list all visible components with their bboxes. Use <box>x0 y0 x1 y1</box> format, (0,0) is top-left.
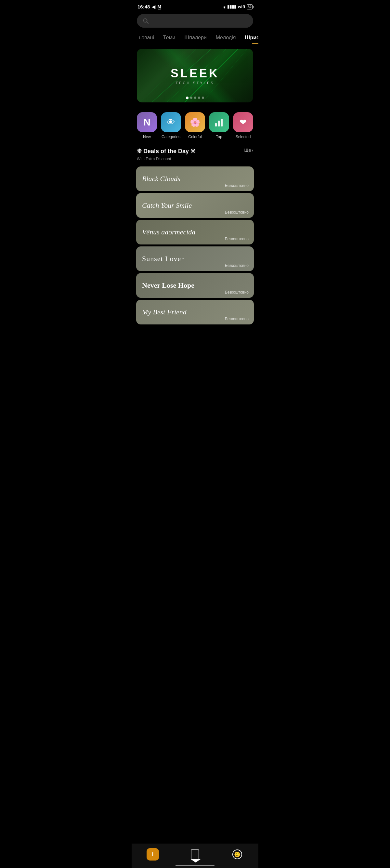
category-top-label: Top <box>216 134 222 139</box>
font-card-sunset-lover[interactable]: Sunset Lover Безкоштовно <box>136 246 254 271</box>
location-icon: ◀ <box>152 4 155 9</box>
chevron-right-icon: › <box>252 148 253 153</box>
font-price-0: Безкоштовно <box>225 183 249 188</box>
banner[interactable]: SLEEK TECH STYLES <box>137 49 253 102</box>
category-categories[interactable]: 👁 Categories <box>161 112 181 139</box>
category-categories-icon: 👁 <box>161 112 181 132</box>
font-name-2: Vênus adormecida <box>142 228 195 236</box>
font-name-0: Black Clouds <box>142 175 181 183</box>
category-colorful-icon: 🌸 <box>185 112 205 132</box>
tab-featured[interactable]: ьовані <box>134 32 159 44</box>
search-icon <box>143 18 149 24</box>
font-name-5: My Best Friend <box>142 308 187 316</box>
font-card-catch-your-smile[interactable]: Catch Your Smile Безкоштовно <box>136 193 254 218</box>
tab-ringtones[interactable]: Мелодія <box>211 32 240 44</box>
font-name-4: Never Lose Hope <box>142 281 194 290</box>
tab-themes[interactable]: Теми <box>159 32 180 44</box>
signal-icon: ▮▮▮▮ <box>227 4 236 9</box>
category-colorful-label: Colorful <box>188 134 201 139</box>
font-card-never-lose-hope[interactable]: Never Lose Hope Безкоштовно <box>136 273 254 298</box>
category-top[interactable]: Top <box>209 112 229 139</box>
font-name-1: Catch Your Smile <box>142 201 192 210</box>
font-price-4: Безкоштовно <box>225 290 249 294</box>
category-new[interactable]: N New <box>137 112 157 139</box>
font-price-3: Безкоштовно <box>225 263 249 268</box>
category-colorful[interactable]: 🌸 Colorful <box>185 112 205 139</box>
more-link[interactable]: Ще › <box>244 148 253 153</box>
font-price-5: Безкоштовно <box>225 317 249 321</box>
search-bar[interactable] <box>137 14 253 28</box>
category-new-label: New <box>143 134 151 139</box>
svg-rect-7 <box>215 123 217 126</box>
banner-dot-3[interactable] <box>198 97 200 99</box>
banner-title: SLEEK <box>171 67 219 80</box>
font-cards-list: Black Clouds Безкоштовно Catch Your Smil… <box>132 166 258 355</box>
deals-section-header: ❊ Deals of the Day ❊ Ще › <box>132 142 258 156</box>
deals-title: ❊ Deals of the Day ❊ <box>137 148 195 155</box>
bluetooth-icon: ⁎ <box>223 4 226 9</box>
font-price-1: Безкоштовно <box>225 210 249 215</box>
mail-icon: M̲ <box>157 4 161 9</box>
svg-rect-8 <box>218 121 220 126</box>
category-categories-label: Categories <box>162 134 181 139</box>
category-selected[interactable]: ❤ Selected <box>233 112 253 139</box>
category-selected-label: Selected <box>236 134 251 139</box>
font-name-3: Sunset Lover <box>142 254 184 263</box>
status-bar: 16:48 ◀ M̲ ⁎ ▮▮▮▮ wifi 82 <box>132 0 258 11</box>
category-new-icon: N <box>137 112 157 132</box>
svg-rect-9 <box>221 119 223 126</box>
banner-subtitle: TECH STYLES <box>175 81 214 85</box>
category-top-icon <box>209 112 229 132</box>
banner-dot-0[interactable] <box>186 97 189 99</box>
font-card-venus[interactable]: Vênus adormecida Безкоштовно <box>136 220 254 245</box>
nav-tabs: ьовані Теми Шпалери Мелодія Шрифти <box>132 32 258 44</box>
tab-fonts[interactable]: Шрифти <box>240 32 258 44</box>
tab-wallpapers[interactable]: Шпалери <box>180 32 211 44</box>
svg-line-1 <box>147 22 149 24</box>
deals-subtitle: With Extra Discount <box>132 156 258 164</box>
banner-dots <box>186 97 204 99</box>
banner-dot-4[interactable] <box>202 97 204 99</box>
status-time: 16:48 <box>137 4 150 9</box>
battery-icon: 82 <box>247 4 253 9</box>
font-card-black-clouds[interactable]: Black Clouds Безкоштовно <box>136 166 254 191</box>
category-selected-icon: ❤ <box>233 112 253 132</box>
font-price-2: Безкоштовно <box>225 237 249 241</box>
wifi-icon: wifi <box>238 4 245 9</box>
categories-row: N New 👁 Categories 🌸 Colorful Top ❤ Sele… <box>132 107 258 142</box>
font-card-my-best-friend[interactable]: My Best Friend Безкоштовно <box>136 300 254 324</box>
banner-dot-1[interactable] <box>190 97 192 99</box>
banner-dot-2[interactable] <box>194 97 196 99</box>
